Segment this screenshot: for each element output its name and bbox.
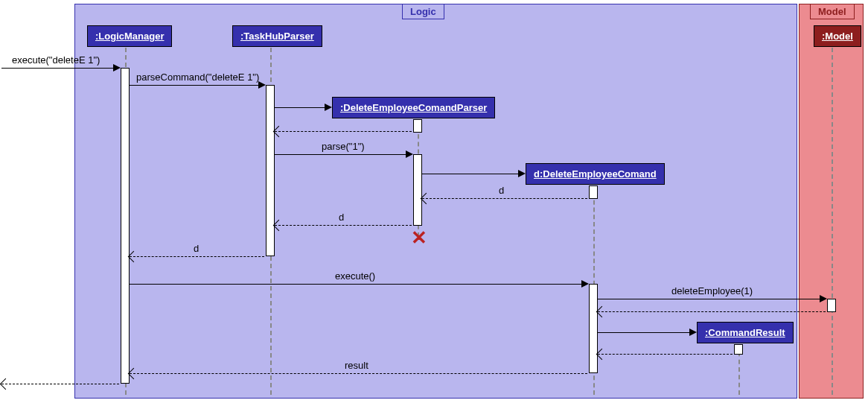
arrow-m5 [598,299,826,299]
arrowhead-m2 [258,81,266,89]
frame-logic-text: Logic [410,6,436,17]
frame-model-label: Model [810,4,855,19]
arrowhead-create-dp [325,104,332,111]
activation-dc1 [589,185,598,199]
arrowhead-m5 [820,295,827,302]
arrow-r2 [275,225,412,226]
arrow-ret-cr [598,354,733,355]
arrow-create-cr [598,332,695,333]
destroy-icon: ✕ [411,228,427,247]
arrow-m1 [1,68,119,69]
frame-logic [74,4,797,399]
activation-dp1 [413,119,422,133]
msg-r3: d [194,243,199,254]
lifeline-logicmanager: :LogicManager [87,25,172,47]
arrowhead-create-dc [518,170,526,177]
msg-execute: execute("deleteE 1") [12,54,100,66]
msg-parse: parse("1") [322,141,365,152]
msg-r2: d [339,212,344,223]
arrow-r1 [422,198,587,199]
activation-lm [121,68,130,384]
arrow-ret-model [598,311,826,312]
lifeline-line-model [832,48,833,395]
arrowhead-m4 [581,280,589,288]
msg-deleteemp: deleteEmployee(1) [671,285,753,296]
lifeline-commandresult: :CommandResult [697,322,794,343]
arrow-m3 [275,154,412,155]
activation-thp [266,85,275,256]
arrow-ret-dp [275,131,412,132]
lifeline-taskhubparser: :TaskHubParser [232,25,322,47]
frame-model-text: Model [818,6,846,17]
lifeline-model: :Model [814,25,861,47]
arrowhead-m1 [113,64,121,72]
arrow-result [130,373,587,374]
frame-logic-label: Logic [402,4,444,19]
arrowhead-final [0,378,11,390]
arrowhead-m3 [406,150,413,158]
lifeline-deleteparser: :DeleteEmployeeComandParser [332,97,495,118]
arrow-final [1,384,119,384]
activation-cr [734,344,743,355]
activation-model [827,299,836,312]
msg-execute2: execute() [335,270,375,282]
msg-result: result [345,360,368,371]
sequence-diagram: Logic Model :LogicManager :TaskHubParser… [0,0,868,403]
lifeline-deletecommand: d:DeleteEmployeeComand [526,163,665,185]
msg-parsecommand: parseCommand("deleteE 1") [136,72,259,83]
arrowhead-create-cr [689,329,697,336]
arrow-create-dp [275,107,331,108]
activation-dc2 [589,284,598,373]
arrow-r3 [130,256,264,257]
arrow-m4 [130,284,587,285]
msg-r1: d [499,185,504,196]
activation-dp2 [413,154,422,226]
arrow-create-dc [422,174,524,174]
arrow-m2 [130,85,264,86]
